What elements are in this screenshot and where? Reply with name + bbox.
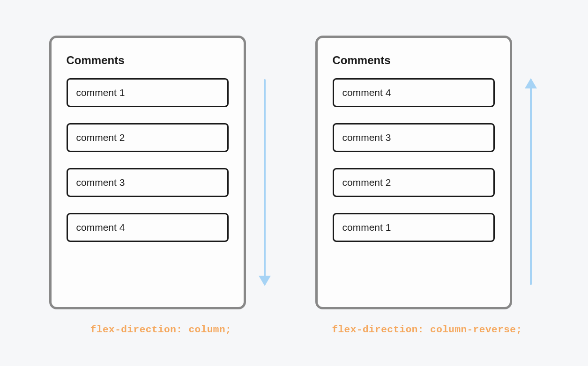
arrow-column: [256, 36, 273, 309]
comment-item: comment 1: [333, 213, 495, 242]
comment-item: comment 2: [333, 168, 495, 197]
caption-column: flex-direction: column;: [90, 324, 231, 335]
comment-item: comment 3: [333, 123, 495, 152]
panel-title: Comments: [333, 54, 495, 67]
comment-item: comment 3: [67, 168, 229, 197]
column-reverse-example: Comments comment 4 comment 3 comment 2 c…: [315, 36, 539, 335]
arrow-column: [522, 36, 539, 309]
comment-item: comment 4: [333, 78, 495, 107]
panel-row-right: Comments comment 4 comment 3 comment 2 c…: [315, 36, 539, 309]
column-example: Comments comment 1 comment 2 comment 3 c…: [49, 36, 273, 335]
comment-item: comment 4: [67, 213, 229, 242]
comment-item: comment 2: [67, 123, 229, 152]
comments-panel-column-reverse: Comments comment 4 comment 3 comment 2 c…: [315, 36, 512, 309]
arrow-up-icon: [522, 79, 539, 285]
comments-panel-column: Comments comment 1 comment 2 comment 3 c…: [49, 36, 246, 309]
caption-column-reverse: flex-direction: column-reverse;: [332, 324, 522, 335]
panel-title: Comments: [67, 54, 229, 67]
comment-item: comment 1: [67, 78, 229, 107]
arrow-down-icon: [256, 79, 273, 285]
panel-row-left: Comments comment 1 comment 2 comment 3 c…: [49, 36, 273, 309]
